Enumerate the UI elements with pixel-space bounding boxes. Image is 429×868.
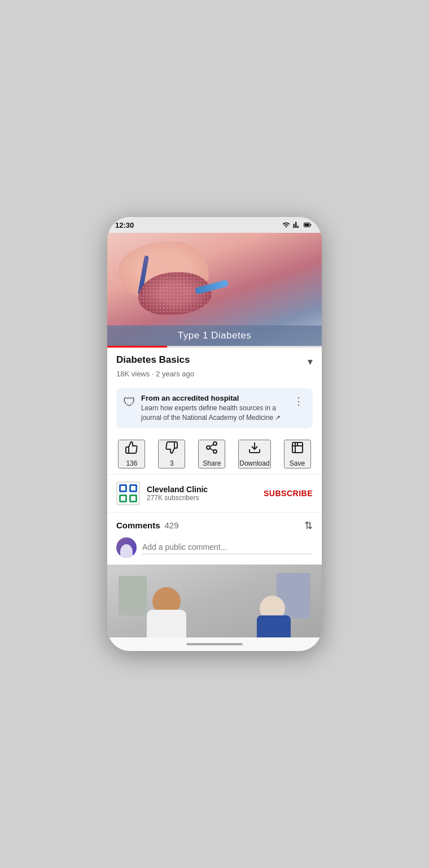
battery-icon <box>304 221 312 229</box>
comment-input[interactable] <box>142 540 313 554</box>
doctor-figure <box>141 587 192 637</box>
svg-line-6 <box>210 448 214 450</box>
accredited-title: From an accredited hospital <box>141 394 286 402</box>
more-options-icon[interactable]: ⋮ <box>291 395 306 407</box>
home-indicator <box>107 637 322 651</box>
channel-logo[interactable] <box>116 481 140 505</box>
status-bar: 12:30 <box>107 217 322 233</box>
svg-rect-2 <box>310 224 312 225</box>
patient-figure <box>254 598 299 637</box>
like-button[interactable]: 136 <box>118 440 145 468</box>
svg-point-5 <box>213 450 217 453</box>
dislike-button[interactable]: 3 <box>158 440 185 468</box>
comment-input-row <box>107 537 322 565</box>
video-overlay-text: Type 1 Diabetes <box>115 330 314 341</box>
channel-row: Cleveland Clinic 277K subscribers SUBSCR… <box>107 475 322 513</box>
comments-count: 429 <box>165 520 179 530</box>
share-button[interactable]: Share <box>198 440 225 468</box>
channel-subscribers: 277K subscribers <box>147 494 257 502</box>
view-count: 18K views <box>116 370 150 378</box>
download-icon <box>248 441 261 458</box>
related-video-thumbnail[interactable] <box>107 565 322 637</box>
shield-plus-icon: 🛡 <box>123 395 135 410</box>
accredited-text: From an accredited hospital Learn how ex… <box>141 394 286 423</box>
svg-rect-1 <box>305 224 309 227</box>
avatar-silhouette <box>120 544 133 558</box>
status-icons <box>282 221 312 229</box>
logo-bottom-right <box>129 494 137 502</box>
share-label: Share <box>203 459 221 467</box>
download-button[interactable]: Download <box>238 440 270 468</box>
comments-title-wrap: Comments 429 <box>116 520 179 530</box>
thumbs-down-icon <box>165 441 178 458</box>
time-ago: 2 years ago <box>156 370 194 378</box>
logo-top-right <box>129 484 137 492</box>
comments-label: Comments <box>116 520 160 530</box>
video-thumbnail[interactable]: Type 1 Diabetes <box>107 233 322 346</box>
channel-info: Cleveland Clinic 277K subscribers <box>147 485 257 502</box>
video-meta: 18K views · 2 years ago <box>116 370 313 378</box>
accredited-badge: 🛡 From an accredited hospital Learn how … <box>116 388 313 428</box>
sort-icon[interactable]: ⇅ <box>304 519 313 532</box>
status-time: 12:30 <box>115 221 134 229</box>
home-bar <box>186 643 243 645</box>
logo-top-left <box>119 484 127 492</box>
user-avatar <box>116 537 137 558</box>
accredited-description: Learn how experts define health sources … <box>141 403 286 423</box>
video-title-row: Diabetes Basics ▾ <box>116 354 313 368</box>
doctor-body <box>147 610 186 637</box>
dislike-count: 3 <box>170 459 174 467</box>
comments-header: Comments 429 ⇅ <box>107 513 322 537</box>
cleveland-clinic-logo <box>119 484 137 502</box>
pancreas-illustration <box>138 272 212 315</box>
logo-bottom-left <box>119 494 127 502</box>
save-button[interactable]: Save <box>284 440 311 468</box>
share-icon <box>205 441 218 458</box>
like-count: 136 <box>126 459 137 467</box>
wifi-icon <box>282 221 290 229</box>
save-label: Save <box>290 459 305 467</box>
signal-icon <box>293 221 301 229</box>
chevron-down-icon[interactable]: ▾ <box>308 355 313 368</box>
channel-name[interactable]: Cleveland Clinic <box>147 485 257 494</box>
video-title: Diabetes Basics <box>116 354 303 366</box>
thumb-scene <box>107 565 322 637</box>
svg-line-7 <box>210 444 214 446</box>
svg-point-3 <box>213 442 217 445</box>
video-info: Diabetes Basics ▾ 18K views · 2 years ag… <box>107 348 322 383</box>
phone-content[interactable]: Type 1 Diabetes Diabetes Basics ▾ 18K vi… <box>107 233 322 637</box>
video-title-overlay: Type 1 Diabetes <box>107 326 322 346</box>
svg-point-4 <box>207 446 210 449</box>
thumbs-up-icon <box>125 441 138 458</box>
phone-frame: 12:30 <box>107 217 322 651</box>
patient-body <box>257 615 291 637</box>
action-row: 136 3 Sha <box>107 434 322 475</box>
download-label: Download <box>239 459 269 467</box>
subscribe-button[interactable]: SUBSCRIBE <box>264 489 313 498</box>
save-icon <box>291 441 304 458</box>
